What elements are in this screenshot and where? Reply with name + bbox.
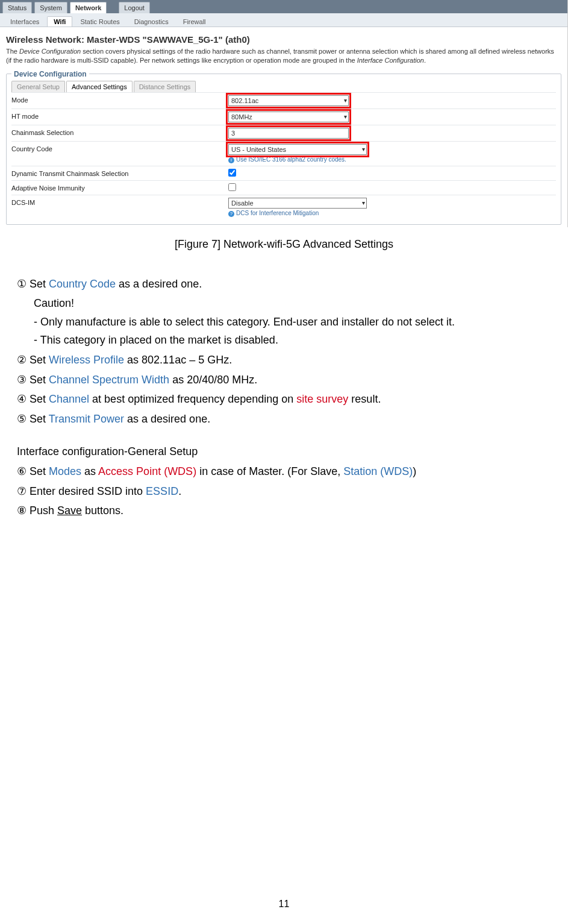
label-chainmask: Chainmask Selection <box>11 128 228 136</box>
subtab-interfaces[interactable]: Interfaces <box>4 16 46 27</box>
row-ht-mode: HT mode 80MHz <box>11 108 556 125</box>
label-country-code: Country Code <box>11 144 228 152</box>
sub-tab-bar: Interfaces Wifi Static Routes Diagnostic… <box>0 13 567 27</box>
subtab-wifi[interactable]: Wifi <box>47 16 72 27</box>
row-dynamic-chainmask: Dynamic Transmit Chainmask Selection <box>11 166 556 180</box>
label-dcs-im: DCS-IM <box>11 198 228 206</box>
instruction-body: ① Set Country Code as a desired one. Cau… <box>0 275 568 520</box>
select-country-code[interactable]: US - United States <box>228 144 367 155</box>
label-adaptive-noise: Adaptive Noise Immunity <box>11 183 228 192</box>
inner-tab-bar: General Setup Advanced Settings Distance… <box>11 81 556 92</box>
info-icon: i <box>228 157 234 163</box>
fieldset-legend: Device Configuration <box>11 70 89 78</box>
hint-dcs-im: ?DCS for Interference Mitigation <box>228 210 556 217</box>
label-mode: Mode <box>11 95 228 104</box>
tab-network[interactable]: Network <box>70 2 107 13</box>
row-chainmask: Chainmask Selection 3 <box>11 125 556 141</box>
label-ht-mode: HT mode <box>11 112 228 120</box>
top-tab-bar: Status System Network Logout <box>0 0 567 13</box>
device-configuration-fieldset: Device Configuration General Setup Advan… <box>6 70 561 225</box>
page-number: 11 <box>0 899 568 910</box>
subtab-firewall[interactable]: Firewall <box>176 16 213 27</box>
select-dcs-im[interactable]: Disable <box>228 198 367 209</box>
input-chainmask[interactable]: 3 <box>228 128 349 139</box>
select-ht-mode[interactable]: 80MHz <box>228 112 349 122</box>
subtab-static-routes[interactable]: Static Routes <box>73 16 126 27</box>
inner-tab-general-setup[interactable]: General Setup <box>11 81 65 92</box>
inner-tab-advanced-settings[interactable]: Advanced Settings <box>66 81 133 92</box>
checkbox-dynamic-chainmask[interactable] <box>228 169 236 177</box>
row-adaptive-noise: Adaptive Noise Immunity <box>11 180 556 195</box>
page-description: The Device Configuration section covers … <box>6 47 561 65</box>
select-mode[interactable]: 802.11ac <box>228 95 349 106</box>
row-country-code: Country Code US - United States iUse ISO… <box>11 141 556 166</box>
row-dcs-im: DCS-IM Disable ?DCS for Interference Mit… <box>11 195 556 219</box>
subtab-diagnostics[interactable]: Diagnostics <box>128 16 175 27</box>
checkbox-adaptive-noise[interactable] <box>228 183 236 191</box>
info-icon: ? <box>228 211 234 217</box>
tab-logout[interactable]: Logout <box>119 2 150 13</box>
row-mode: Mode 802.11ac <box>11 92 556 108</box>
label-dynamic-chainmask: Dynamic Transmit Chainmask Selection <box>11 169 228 177</box>
tab-status[interactable]: Status <box>2 2 32 13</box>
inner-tab-distance-settings[interactable]: Distance Settings <box>134 81 196 92</box>
figure-caption: [Figure 7] Network-wifi-5G Advanced Sett… <box>0 238 568 251</box>
page-title: Wireless Network: Master-WDS "SAWWAVE_5G… <box>6 34 561 45</box>
screenshot-panel: Status System Network Logout Interfaces … <box>0 0 568 227</box>
tab-system[interactable]: System <box>34 2 67 13</box>
hint-country-code: iUse ISO/IEC 3166 alpha2 country codes. <box>228 156 556 163</box>
